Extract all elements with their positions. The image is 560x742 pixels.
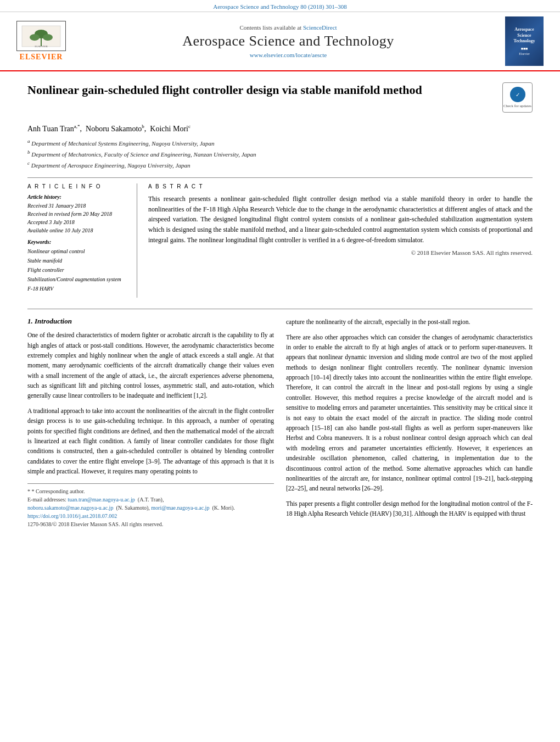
- author-name-2: Noboru Sakamoto: [86, 125, 142, 133]
- keyword-5: F-18 HARV: [27, 284, 128, 293]
- email-link-1[interactable]: tuan.tran@mae.nagoya-u.ac.jp: [68, 496, 135, 503]
- svg-point-4: [43, 34, 53, 41]
- abstract-text: This research presents a nonlinear gain-…: [148, 194, 533, 245]
- keyword-2: Stable manifold: [27, 256, 128, 265]
- footnote-corresponding: * * Corresponding author.: [27, 487, 274, 495]
- journal-cover-image: AerospaceScienceTechnology ■■■ Elsevier: [505, 16, 544, 66]
- body-right-col: capture the nonlinearity of the aircraft…: [286, 317, 533, 528]
- affil-2: b Department of Mechatronics, Faculty of…: [27, 149, 533, 159]
- article-history: Article history: Received 31 January 201…: [27, 194, 128, 235]
- affiliations: a Department of Mechanical Systems Engin…: [27, 138, 533, 170]
- history-label: Article history:: [27, 194, 128, 200]
- keyword-4: Stabilization/Control augmentation syste…: [27, 275, 128, 284]
- elsevier-logo: ELSEVIER ELSEVIER: [11, 21, 71, 62]
- contents-available: Contents lists available at ScienceDirec…: [71, 24, 505, 31]
- section-divider: [27, 309, 533, 309]
- body-two-col: 1. Introduction One of the desired chara…: [27, 317, 533, 528]
- footnote-issn: 1270-9638/© 2018 Elsevier Masson SAS. Al…: [27, 520, 274, 528]
- footnote-emails: E-mail addresses: tuan.tran@mae.nagoya-u…: [27, 495, 274, 512]
- available-date: Available online 10 July 2018: [27, 226, 128, 235]
- right-para-2: There are also other approaches which ca…: [286, 332, 533, 494]
- keywords-list: Nonlinear optimal control Stable manifol…: [27, 247, 128, 293]
- email-link-3[interactable]: mori@mae.nagoya-u.ac.jp: [151, 505, 209, 511]
- intro-para-1: One of the desired characteristics of mo…: [27, 330, 274, 401]
- intro-para-2: A traditional approach to take into acco…: [27, 406, 274, 477]
- doi-link[interactable]: https://doi.org/10.1016/j.ast.2018.07.00…: [27, 513, 117, 519]
- authors-line: Anh Tuan Trana,*, Noboru Sakamotob, Koic…: [27, 124, 533, 133]
- article-info-col: A R T I C L E I N F O Article history: R…: [27, 183, 137, 298]
- journal-title-center: Contents lists available at ScienceDirec…: [71, 24, 505, 58]
- check-updates-icon: ✓: [510, 87, 525, 102]
- article-info-abstract: A R T I C L E I N F O Article history: R…: [27, 177, 533, 298]
- sciencedirect-link[interactable]: ScienceDirect: [303, 24, 337, 31]
- body-left-col: 1. Introduction One of the desired chara…: [27, 317, 274, 528]
- abstract-col: A B S T R A C T This research presents a…: [148, 183, 533, 298]
- journal-url[interactable]: www.elsevier.com/locate/aescte: [71, 52, 505, 58]
- footnote-doi: https://doi.org/10.1016/j.ast.2018.07.00…: [27, 512, 274, 520]
- affil-3: c Department of Aerospace Engineering, N…: [27, 160, 533, 170]
- keyword-3: Flight controller: [27, 265, 128, 275]
- email-link-2[interactable]: noboru.sakamoto@mae.nagoya-u.ac.jp: [27, 505, 113, 511]
- paper-title: Nonlinear gain-scheduled flight controll…: [27, 82, 422, 98]
- right-para-1: capture the nonlinearity of the aircraft…: [286, 317, 533, 327]
- elsevier-tree-svg: ELSEVIER: [19, 23, 63, 49]
- elsevier-logo-box: ELSEVIER: [16, 21, 66, 51]
- abstract-label: A B S T R A C T: [148, 183, 533, 189]
- main-content: Nonlinear gain-scheduled flight controll…: [0, 71, 560, 539]
- check-updates-badge: ✓ Check for updates: [502, 82, 533, 113]
- keywords-label: Keywords:: [27, 239, 128, 245]
- revised-date: Received in revised form 20 May 2018: [27, 210, 128, 218]
- copyright-line: © 2018 Elsevier Masson SAS. All rights r…: [148, 249, 533, 256]
- author-name-1: Anh Tuan Tran: [27, 125, 74, 133]
- top-bar: Aerospace Science and Technology 80 (201…: [0, 0, 560, 12]
- intro-heading: 1. Introduction: [27, 317, 274, 326]
- keywords-section: Keywords: Nonlinear optimal control Stab…: [27, 239, 128, 293]
- affil-1: a Department of Mechanical Systems Engin…: [27, 138, 533, 148]
- journal-citation: Aerospace Science and Technology 80 (201…: [213, 3, 346, 10]
- footnotes: * * Corresponding author. E-mail address…: [27, 483, 274, 528]
- svg-text:ELSEVIER: ELSEVIER: [35, 45, 48, 48]
- journal-title-main: Aerospace Science and Technology: [71, 33, 505, 49]
- paper-title-section: Nonlinear gain-scheduled flight controll…: [27, 82, 533, 117]
- keyword-1: Nonlinear optimal control: [27, 247, 128, 256]
- check-updates-label: Check for updates: [503, 104, 531, 108]
- elsevier-wordmark: ELSEVIER: [20, 53, 63, 62]
- right-para-3: This paper presents a flight controller …: [286, 499, 533, 519]
- svg-point-3: [30, 34, 40, 41]
- article-info-label: A R T I C L E I N F O: [27, 183, 128, 189]
- journal-header: ELSEVIER ELSEVIER Contents lists availab…: [0, 12, 560, 71]
- received-date: Received 31 January 2018: [27, 202, 128, 210]
- author-name-3: Koichi Mori: [150, 125, 188, 133]
- accepted-date: Accepted 3 July 2018: [27, 218, 128, 226]
